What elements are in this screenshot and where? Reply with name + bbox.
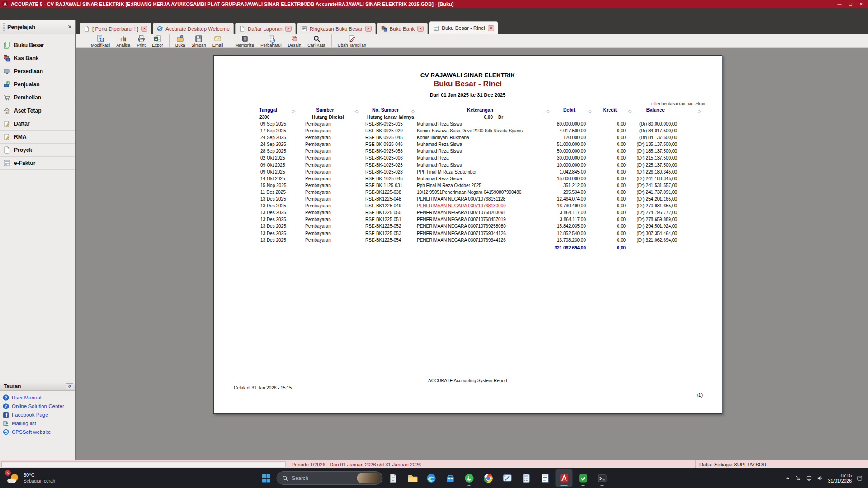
sidebar-item[interactable]: Kas Bank xyxy=(0,52,75,65)
calc-icon xyxy=(521,473,531,483)
table-row: 11 Des 2025 Pembayaran RSE-BK1225-038 10… xyxy=(214,189,722,196)
table-row: 14 Okt 2025 Pembayaran RSE-BK-1025-045 M… xyxy=(214,175,722,182)
tab[interactable]: Buku Bank xyxy=(377,23,428,34)
taskbar-app-file-explorer[interactable] xyxy=(404,469,421,487)
sidebar-item[interactable]: Proyek xyxy=(0,144,75,157)
toolbar-button[interactable]: Buka xyxy=(169,34,189,47)
notifications-muted-icon[interactable] xyxy=(795,475,801,481)
table-body: 09 Sep 2025 Pembayaran RSE-BK-0925-015 M… xyxy=(214,121,722,244)
link-item[interactable]: Mailing list xyxy=(3,420,75,427)
link-item[interactable]: ? User Manual xyxy=(3,394,75,401)
column-header[interactable]: Tanggal xyxy=(248,107,288,113)
clock[interactable]: 15:15 31/01/2026 xyxy=(828,473,852,483)
toolbar-button[interactable]: Ubah Tampilan xyxy=(331,34,369,47)
monitor-icon xyxy=(3,68,10,75)
sidebar-item[interactable]: Aset Tetap xyxy=(0,104,75,117)
taskbar-app-edge[interactable] xyxy=(423,469,440,487)
toolbar-button[interactable]: Print xyxy=(133,34,149,47)
tab-close-icon[interactable] xyxy=(365,26,372,32)
taskbar-app-files[interactable] xyxy=(385,469,402,487)
notification-center-icon[interactable] xyxy=(857,475,863,481)
column-header[interactable]: Keterangan xyxy=(417,107,543,113)
notes-icon xyxy=(540,473,550,483)
list-icon xyxy=(433,25,439,31)
weather-widget[interactable]: 5 30°C Sebagian cerah xyxy=(6,471,55,485)
tab[interactable]: Buku Besar - Rinci xyxy=(429,21,498,34)
menu-item[interactable] xyxy=(52,13,59,15)
start-button[interactable] xyxy=(258,469,275,487)
column-header[interactable]: Balance xyxy=(634,107,677,113)
note-icon xyxy=(3,120,10,127)
sidebar-item[interactable]: e-Faktur xyxy=(0,157,75,170)
link-item[interactable]: CPSSoft website xyxy=(3,429,75,435)
toolbar-button[interactable]: Cari Kata xyxy=(304,34,329,47)
taskbar-app-green-app[interactable] xyxy=(575,469,592,487)
search-input[interactable]: Search xyxy=(277,471,383,485)
modifikasi-icon xyxy=(97,35,104,42)
taskbar-app-terminal[interactable] xyxy=(594,469,611,487)
collapse-chevrons-icon[interactable] xyxy=(66,383,73,389)
explorer-panel: Penjelajah Buku Besar Kas Bank Persediaa… xyxy=(0,20,76,460)
table-row: 13 Des 2025 Pembayaran RSE-BK1225-052 PE… xyxy=(214,223,722,230)
sidebar-item[interactable]: RMA xyxy=(0,131,75,144)
column-header[interactable]: Debit xyxy=(552,107,586,113)
table-row: 15 Nop 2025 Pembayaran RSE-BK-1125-031 P… xyxy=(214,182,722,189)
speaker-icon[interactable] xyxy=(817,475,823,481)
column-header[interactable]: Kredit xyxy=(594,107,626,113)
tab[interactable]: Daftar Laporan xyxy=(235,23,296,34)
menu-item[interactable] xyxy=(11,13,18,15)
toolbar-button[interactable]: Analisa xyxy=(113,34,133,47)
menu-item[interactable] xyxy=(35,13,42,15)
tab[interactable]: Ringkasan Buku Besar xyxy=(297,23,376,34)
close-button[interactable] xyxy=(856,1,866,7)
minimize-button[interactable] xyxy=(835,1,844,7)
toolbar-button[interactable]: Modifikasi xyxy=(88,34,113,47)
toolbar-button[interactable]: Expor xyxy=(149,34,166,47)
search-highlight-image[interactable] xyxy=(357,473,381,483)
toolbar-button[interactable]: Perbaharui xyxy=(257,34,284,47)
toolbar-button[interactable]: Memorize xyxy=(229,34,257,47)
explorer-close-icon[interactable] xyxy=(68,24,72,30)
column-header[interactable]: Sumber xyxy=(298,107,352,113)
memorize-icon xyxy=(241,35,249,42)
sidebar-item[interactable]: Pembelian xyxy=(0,91,75,104)
restore-button[interactable] xyxy=(845,1,855,7)
tab-close-icon[interactable] xyxy=(285,26,292,32)
menu-item[interactable] xyxy=(19,13,26,15)
doc-icon xyxy=(84,26,90,32)
sidebar-item[interactable]: Buku Besar xyxy=(0,39,75,52)
windows-taskbar: 5 30°C Sebagian cerah Search xyxy=(0,468,868,488)
tab-close-icon[interactable] xyxy=(417,26,424,32)
toolbar-button[interactable]: Desain xyxy=(285,34,305,47)
tab-close-icon[interactable] xyxy=(141,26,147,32)
toolbar-button[interactable]: Email xyxy=(209,34,226,47)
menu-item[interactable] xyxy=(27,13,34,15)
cast-display-icon[interactable] xyxy=(806,475,812,481)
explorer-panel-header: Penjelajah xyxy=(0,20,75,34)
explorer-panel-title: Penjelajah xyxy=(7,24,35,30)
taskbar-app-notepad[interactable] xyxy=(537,469,554,487)
menu-bar xyxy=(0,8,868,20)
taskbar-app-microsoft-store[interactable] xyxy=(442,469,459,487)
account-type: Hutang lancar lainnya xyxy=(367,114,414,121)
taskbar-app-accurate[interactable] xyxy=(556,469,573,487)
sidebar-item[interactable]: Penjualan xyxy=(0,78,75,91)
taskbar-app-chrome[interactable] xyxy=(480,469,497,487)
totals-row: 321.062.694,00 0,00 xyxy=(214,244,722,252)
system-tray: 15:15 31/01/2026 xyxy=(785,473,868,483)
tray-chevron-up-icon[interactable] xyxy=(785,476,790,481)
link-item[interactable]: f Facebook Page xyxy=(3,412,75,418)
menu-item[interactable] xyxy=(3,13,10,15)
tab[interactable]: Accurate Desktop Welcome xyxy=(153,23,234,34)
taskbar-app-snipping-tool[interactable] xyxy=(499,469,516,487)
column-header[interactable]: No. Sumber xyxy=(362,107,409,113)
menu-item[interactable] xyxy=(43,13,51,15)
taskbar-app-calculator[interactable] xyxy=(518,469,535,487)
tab-close-icon[interactable] xyxy=(488,25,494,31)
sidebar-item[interactable]: Persediaan xyxy=(0,65,75,78)
tab[interactable]: [ Perlu Diperbarui ! ] xyxy=(80,23,151,34)
taskbar-app-whatsapp[interactable] xyxy=(461,469,478,487)
link-item[interactable]: ? Online Solution Center xyxy=(3,403,75,409)
toolbar-button[interactable]: Simpan xyxy=(188,34,209,47)
sidebar-item[interactable]: Daftar xyxy=(0,117,75,131)
